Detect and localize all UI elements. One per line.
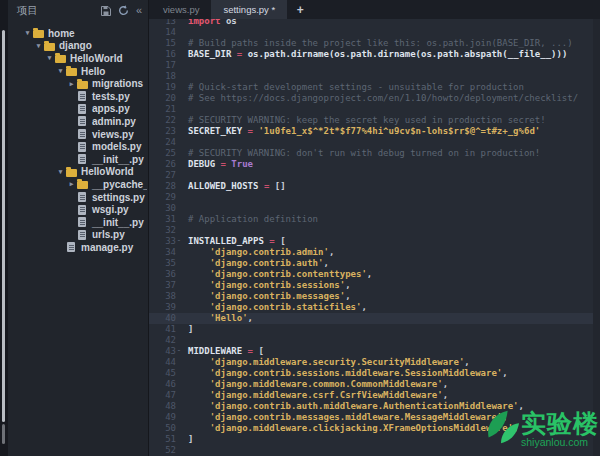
code-token: 'django.contrib.sessions' bbox=[188, 280, 345, 290]
collapse-icon[interactable]: « bbox=[136, 5, 142, 16]
code-text bbox=[182, 445, 188, 456]
sidebar-header: 项目 « bbox=[8, 0, 148, 21]
code-line[interactable]: 18 bbox=[149, 71, 600, 82]
tab-views.py[interactable]: views.py bbox=[151, 0, 211, 19]
code-line[interactable]: 24 bbox=[149, 137, 600, 148]
tree-item-__init__.py[interactable]: __init__.py bbox=[8, 153, 147, 166]
code-line[interactable]: 17 bbox=[149, 60, 600, 71]
code-line[interactable]: 45 'django.contrib.sessions.middleware.S… bbox=[149, 368, 600, 379]
code-text bbox=[182, 203, 188, 214]
code-text: 'django.contrib.auth.middleware.Authenti… bbox=[182, 401, 524, 412]
gutter: 29 bbox=[149, 192, 182, 203]
code-token: 'django.contrib.messages.middleware.Mess… bbox=[188, 412, 502, 422]
code-line[interactable]: 30 bbox=[149, 203, 600, 214]
chevron-down-icon[interactable]: ▾ bbox=[55, 168, 66, 176]
gutter: 20 bbox=[149, 93, 182, 104]
tree-item-models.py[interactable]: models.py bbox=[8, 140, 147, 153]
code-text: import os bbox=[182, 19, 237, 27]
code-line[interactable]: 29 bbox=[149, 192, 600, 203]
code-line[interactable]: 37 'django.contrib.sessions', bbox=[149, 280, 600, 291]
code-line[interactable]: 13import os bbox=[149, 19, 600, 27]
line-number: 32 bbox=[149, 225, 176, 236]
chevron-right-icon[interactable]: ▸ bbox=[66, 180, 77, 188]
code-line[interactable]: 16BASE_DIR = os.path.dirname(os.path.dir… bbox=[149, 49, 600, 60]
gutter: 27 bbox=[149, 170, 182, 181]
chevron-down-icon[interactable]: ▾ bbox=[22, 29, 33, 37]
chevron-down-icon[interactable]: ▾ bbox=[55, 67, 66, 75]
code-line[interactable]: 41] bbox=[149, 324, 600, 335]
chevron-down-icon[interactable]: ▾ bbox=[33, 42, 44, 50]
code-line[interactable]: 43-MIDDLEWARE = [ bbox=[149, 346, 600, 357]
chevron-down-icon[interactable]: ▾ bbox=[44, 54, 55, 62]
chevron-right-icon[interactable]: ▸ bbox=[66, 80, 77, 88]
code-line[interactable]: 14 bbox=[149, 27, 600, 38]
line-number: 24 bbox=[149, 137, 176, 148]
code-line[interactable]: 26DEBUG = True bbox=[149, 159, 600, 170]
code-token: True bbox=[231, 159, 253, 169]
code-token: ] bbox=[188, 324, 193, 334]
code-line[interactable]: 34 'django.contrib.admin', bbox=[149, 247, 600, 258]
code-area[interactable]: 13import os1415# Build paths inside the … bbox=[149, 19, 600, 456]
code-line[interactable]: 46 'django.middleware.common.CommonMiddl… bbox=[149, 379, 600, 390]
code-line[interactable]: 27 bbox=[149, 170, 600, 181]
tree-item-urls.py[interactable]: urls.py bbox=[8, 229, 147, 242]
tree-item-apps.py[interactable]: apps.py bbox=[8, 103, 147, 116]
code-line[interactable]: 40 'Hello', bbox=[149, 313, 600, 324]
code-line[interactable]: 15# Build paths inside the project like … bbox=[149, 38, 600, 49]
tree-item-manage.py[interactable]: manage.py bbox=[8, 241, 147, 254]
code-line[interactable]: 44 'django.middleware.security.SecurityM… bbox=[149, 357, 600, 368]
code-line[interactable]: 31# Application definition bbox=[149, 214, 600, 225]
editor-right-scroll-gutter[interactable] bbox=[593, 19, 600, 456]
tree-item-helloworld[interactable]: ▾HelloWorld bbox=[8, 166, 147, 179]
gutter: 51 bbox=[149, 434, 182, 445]
code-line[interactable]: 47 'django.middleware.csrf.CsrfViewMiddl… bbox=[149, 390, 600, 401]
tree-item-admin.py[interactable]: admin.py bbox=[8, 115, 147, 128]
tree-item-tests.py[interactable]: tests.py bbox=[8, 90, 147, 103]
tree-item-django[interactable]: ▾django bbox=[8, 40, 147, 53]
code-line[interactable]: 33-INSTALLED_APPS = [ bbox=[149, 236, 600, 247]
code-token: 'django.middleware.security.SecurityMidd… bbox=[188, 357, 464, 367]
tree-item-home[interactable]: ▾home bbox=[8, 27, 147, 40]
code-line[interactable]: 38 'django.contrib.messages', bbox=[149, 291, 600, 302]
code-line[interactable]: 25# SECURITY WARNING: don't run with deb… bbox=[149, 148, 600, 159]
save-icon[interactable] bbox=[101, 6, 111, 16]
code-line[interactable]: 22# SECURITY WARNING: keep the secret ke… bbox=[149, 115, 600, 126]
code-text bbox=[182, 71, 188, 82]
tree-item-wsgi.py[interactable]: wsgi.py bbox=[8, 203, 147, 216]
tree-item-__init__.py[interactable]: __init__.py bbox=[8, 216, 147, 229]
line-number: 37 bbox=[149, 280, 176, 291]
tree-item-views.py[interactable]: views.py bbox=[8, 128, 147, 141]
tree-item-helloworld[interactable]: ▾HelloWorld bbox=[8, 52, 147, 65]
tree-item-migrations[interactable]: ▸migrations bbox=[8, 77, 147, 90]
code-line[interactable]: 42 bbox=[149, 335, 600, 346]
code-line[interactable]: 23SECRET_KEY = '1u0fe1_x$^*2t*$f77%4hi^u… bbox=[149, 126, 600, 137]
code-line[interactable]: 35 'django.contrib.auth', bbox=[149, 258, 600, 269]
tree-item-label: migrations bbox=[92, 78, 143, 89]
tab-settings.py[interactable]: settings.py * bbox=[211, 0, 287, 19]
new-tab-button[interactable]: + bbox=[287, 0, 313, 19]
tree-item-hello[interactable]: ▾Hello bbox=[8, 65, 147, 78]
code-line[interactable]: 36 'django.contrib.contenttypes', bbox=[149, 269, 600, 280]
code-text bbox=[182, 192, 188, 203]
code-line[interactable]: 19# Quick-start development settings - u… bbox=[149, 82, 600, 93]
gutter: 48 bbox=[149, 401, 182, 412]
tree-item-label: HelloWorld bbox=[70, 53, 123, 64]
code-text: # Build paths inside the project like th… bbox=[182, 38, 573, 49]
line-number: 44 bbox=[149, 357, 176, 368]
tree-item-settings.py[interactable]: settings.py bbox=[8, 191, 147, 204]
code-text: # SECURITY WARNING: keep the secret key … bbox=[182, 115, 546, 126]
code-line[interactable]: 21 bbox=[149, 104, 600, 115]
code-token: # See https://docs.djangoproject.com/en/… bbox=[188, 93, 578, 103]
line-number: 39 bbox=[149, 302, 176, 313]
refresh-icon[interactable] bbox=[118, 5, 129, 16]
line-number: 18 bbox=[149, 71, 176, 82]
project-sidebar: 项目 « ▾home▾django▾HelloWorld▾Hello▸migra… bbox=[8, 0, 149, 456]
code-line[interactable]: 28ALLOWED_HOSTS = [] bbox=[149, 181, 600, 192]
code-line[interactable]: 32 bbox=[149, 225, 600, 236]
tree-item-__pycache__[interactable]: ▸__pycache__ bbox=[8, 178, 147, 191]
code-token: , bbox=[345, 280, 350, 290]
code-line[interactable]: 20# See https://docs.djangoproject.com/e… bbox=[149, 93, 600, 104]
code-text: 'django.contrib.admin', bbox=[182, 247, 334, 258]
code-line[interactable]: 39 'django.contrib.staticfiles', bbox=[149, 302, 600, 313]
scrollbar-thumb[interactable] bbox=[2, 30, 5, 422]
